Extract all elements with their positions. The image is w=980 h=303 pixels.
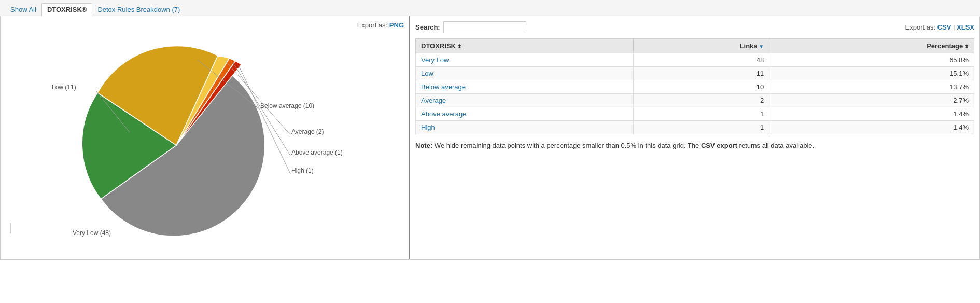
tab-dtoxrisk[interactable]: DTOXRISK® (41, 3, 93, 16)
right-panel: Search: Export as: CSV | XLSX DTOXRISK L… (410, 16, 979, 259)
cell-percentage: 2.7% (769, 94, 974, 107)
search-export-bar: Search: Export as: CSV | XLSX (415, 21, 974, 33)
pie-label-belowavg: Below average (10) (260, 102, 314, 109)
table-row: Average 2 2.7% (416, 94, 974, 107)
col-links[interactable]: Links (634, 39, 769, 53)
main-content: Export as: PNG (0, 16, 980, 260)
export-csv-link[interactable]: CSV (937, 23, 951, 31)
dtoxrisk-link[interactable]: Very Low (421, 56, 449, 64)
dtoxrisk-link[interactable]: Above average (421, 110, 466, 118)
separator: | (953, 23, 957, 31)
note-bold-csv: CSV export (701, 142, 737, 149)
note-text: Note: We hide remaining data points with… (415, 141, 974, 151)
cell-links: 1 (634, 121, 769, 134)
cell-dtoxrisk: Below average (416, 80, 634, 94)
table-row: Below average 10 13.7% (416, 80, 974, 94)
cell-dtoxrisk: Low (416, 67, 634, 80)
cell-percentage: 1.4% (769, 121, 974, 134)
export-label-left: Export as: (357, 21, 388, 29)
cell-percentage: 65.8% (769, 53, 974, 67)
table-row: Low 11 15.1% (416, 67, 974, 80)
table-row: Above average 1 1.4% (416, 107, 974, 121)
pie-label-average: Average (2) (291, 128, 324, 135)
dtoxrisk-link[interactable]: Low (421, 70, 433, 77)
export-bar-left: Export as: PNG (6, 21, 404, 29)
table-header-row: DTOXRISK Links Percentage (416, 39, 974, 53)
pie-label-verylow: Very Low (48) (73, 229, 111, 237)
left-panel: Export as: PNG (1, 16, 410, 259)
col-percentage[interactable]: Percentage (769, 39, 974, 53)
search-input[interactable] (443, 21, 526, 33)
export-png-link[interactable]: PNG (389, 21, 404, 29)
note-end: returns all data available. (739, 142, 815, 149)
cell-links: 2 (634, 94, 769, 107)
cell-dtoxrisk: Above average (416, 107, 634, 121)
export-label-right: Export as: (905, 23, 936, 31)
pie-label-low: Low (11) (52, 84, 76, 91)
search-label: Search: (415, 23, 440, 31)
note-content: We hide remaining data points with a per… (435, 142, 699, 149)
cell-percentage: 15.1% (769, 67, 974, 80)
table-row: High 1 1.4% (416, 121, 974, 134)
tab-show-all[interactable]: Show All (5, 4, 41, 16)
dtoxrisk-link[interactable]: High (421, 123, 435, 131)
cell-dtoxrisk: Very Low (416, 53, 634, 67)
cell-links: 48 (634, 53, 769, 67)
cell-dtoxrisk: Average (416, 94, 634, 107)
search-left: Search: (415, 21, 526, 33)
table-row: Very Low 48 65.8% (416, 53, 974, 67)
cell-links: 10 (634, 80, 769, 94)
pie-label-high: High (1) (291, 167, 314, 174)
cell-dtoxrisk: High (416, 121, 634, 134)
cell-links: 1 (634, 107, 769, 121)
col-dtoxrisk[interactable]: DTOXRISK (416, 39, 634, 53)
cell-percentage: 13.7% (769, 80, 974, 94)
data-table: DTOXRISK Links Percentage Very Low 48 65… (415, 38, 974, 134)
note-bold-note: Note: (415, 142, 432, 149)
cell-percentage: 1.4% (769, 107, 974, 121)
export-xlsx-link[interactable]: XLSX (957, 23, 974, 31)
cell-links: 11 (634, 67, 769, 80)
dtoxrisk-link[interactable]: Average (421, 97, 446, 104)
dtoxrisk-link[interactable]: Below average (421, 83, 466, 91)
pie-chart-svg: Very Low (48) Low (11) Below average (10… (10, 31, 399, 249)
pie-chart-container: Very Low (48) Low (11) Below average (10… (10, 31, 399, 254)
export-right: Export as: CSV | XLSX (905, 23, 974, 31)
pie-label-aboveavg: Above average (1) (291, 149, 343, 156)
tabs-bar: Show All DTOXRISK® Detox Rules Breakdown… (0, 0, 980, 16)
tab-detox-rules[interactable]: Detox Rules Breakdown (7) (92, 4, 185, 16)
